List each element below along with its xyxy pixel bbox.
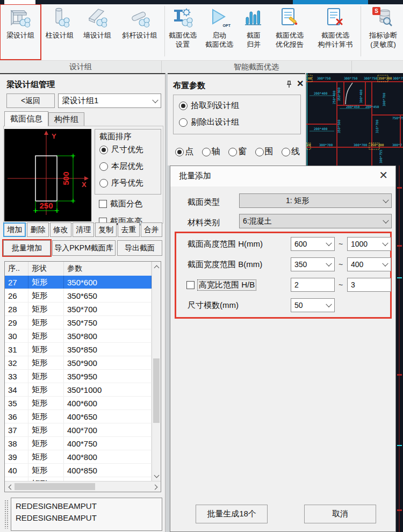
cell-shape: 矩形 (28, 383, 64, 396)
horizontal-scrollbar[interactable] (5, 481, 161, 492)
mode-option[interactable]: 轴 (202, 146, 220, 157)
sort-option[interactable]: 序号优先 (99, 178, 143, 188)
cell-param: 400*800 (64, 450, 152, 463)
ribbon-button-brace-group[interactable]: 斜杆设计组 (116, 4, 163, 60)
action-button[interactable]: 复制 (95, 222, 117, 237)
range-from-input[interactable]: 350 (291, 257, 335, 271)
ribbon-button-member-calcbook[interactable]: 截面优选构件计算书 (311, 4, 359, 60)
ribbon-button-index-diagnosis[interactable]: S指标诊断(灵敏度) (362, 4, 403, 60)
radio-icon (99, 179, 108, 188)
splitter-handle[interactable] (4, 500, 9, 529)
section-type-select[interactable]: 1: 矩形 (239, 193, 392, 208)
chevron-down-icon (326, 240, 332, 246)
radio-icon (179, 102, 188, 110)
vertical-scrollbar[interactable] (152, 262, 161, 481)
scrollbar-thumb[interactable] (153, 358, 160, 423)
action-button[interactable]: 修改 (50, 222, 71, 237)
table-row[interactable]: 27矩形350*600 (5, 276, 152, 289)
mode-option[interactable]: 窗 (228, 146, 247, 157)
action-button[interactable]: 增加 (3, 222, 26, 237)
ribbon-button-wall-group[interactable]: 墙设计组 (78, 4, 116, 60)
table-row[interactable]: 37矩形400*700 (5, 423, 152, 437)
close-icon[interactable]: ✕ (297, 78, 304, 89)
table-row[interactable]: 40矩形400*850 (5, 464, 152, 477)
action-button[interactable]: 删除 (27, 222, 48, 237)
cell-seq: 26 (5, 289, 28, 302)
cell-param: 350*850 (64, 343, 152, 356)
action-button[interactable]: 清理 (73, 222, 94, 237)
table-row[interactable]: 35矩形400*600 (5, 397, 152, 410)
ribbon-button-opt-report[interactable]: 截面优选优化报告 (268, 4, 311, 60)
pick-option[interactable]: 剔除出设计组 (179, 117, 239, 127)
cell-param: 350*650 (64, 289, 152, 302)
dialog-title: 批量添加 (179, 171, 211, 181)
table-row[interactable]: 36矩形400*650 (5, 410, 152, 423)
back-button[interactable]: <返回 (6, 94, 55, 108)
cad-viewport-edge[interactable] (396, 166, 403, 532)
range-to-input[interactable]: 400 (347, 257, 391, 271)
batch-button[interactable]: 批量增加 (3, 240, 51, 256)
batch-button[interactable]: 导入PKPM截面库 (52, 240, 116, 256)
display-checkbox[interactable]: 截面分色 (99, 199, 142, 209)
tab-member-group[interactable]: 构件组 (48, 112, 84, 126)
cad-label: 300*700 (382, 92, 386, 106)
mode-option[interactable]: 线 (282, 146, 300, 157)
scroll-up-icon[interactable] (154, 264, 159, 269)
table-row[interactable]: 26矩形350*650 (5, 289, 152, 303)
sort-option[interactable]: 本层优先 (99, 161, 143, 171)
top-bar-accent (293, 0, 368, 4)
dialog-titlebar[interactable]: 批量添加 ✕ (170, 166, 395, 186)
cad-label: 300*750 (344, 76, 358, 80)
batch-add-dialog: 批量添加 ✕ 截面类型 1: 矩形 材料类别 6:混凝土 截面高度范围 H(mm… (170, 166, 396, 532)
range-from-input[interactable]: 50 (291, 298, 335, 312)
range-to-input[interactable]: 3 (347, 278, 391, 292)
table-row[interactable]: 38矩形400*750 (5, 437, 152, 450)
ribbon-button-column-group[interactable]: 柱设计组 (41, 4, 78, 60)
cad-label: 300*750 (364, 76, 378, 80)
cell-seq: 37 (5, 423, 28, 436)
column-header[interactable]: 形状 (28, 262, 64, 276)
table-row[interactable]: 31矩形350*850 (5, 343, 152, 356)
scroll-down-icon[interactable] (154, 473, 159, 479)
dim-height-label: 500 (61, 171, 70, 185)
table-row[interactable]: 30矩形350*800 (5, 329, 152, 343)
design-group-select[interactable]: 梁设计组1 (58, 94, 161, 108)
table-row[interactable]: 28矩形350*700 (5, 303, 152, 316)
table-row[interactable]: 33矩形350*950 (5, 370, 152, 383)
cad-viewport[interactable]: 00300*750300*750300*750350*200300*75200*… (306, 73, 403, 166)
ribbon-button-start-opt[interactable]: OPT启动截面优选 (199, 4, 239, 60)
scrollbar-thumb[interactable] (15, 483, 95, 490)
action-button[interactable]: 合并 (141, 222, 162, 237)
radio-icon (175, 148, 184, 156)
tab-section-info[interactable]: 截面信息 (4, 111, 48, 126)
column-header[interactable]: 序.. (5, 262, 28, 276)
scroll-right-icon[interactable] (153, 484, 159, 490)
table-row[interactable]: 32矩形350*900 (5, 356, 152, 370)
range-to-input[interactable]: 1000 (347, 237, 391, 251)
range-from-input[interactable]: 2 (291, 278, 335, 292)
table-row[interactable]: 39矩形400*800 (5, 450, 152, 464)
ribbon-button-section-opt-settings[interactable]: 截面优选设置 (166, 4, 199, 60)
ribbon-button-beam-group[interactable]: 梁设计组 (0, 4, 41, 60)
pick-option[interactable]: 拾取到设计组 (179, 100, 239, 111)
scroll-left-icon[interactable] (7, 484, 12, 490)
close-icon[interactable]: ✕ (379, 169, 388, 182)
table-row[interactable]: 34矩形350*1000 (5, 383, 152, 397)
table-row[interactable]: 29矩形350*750 (5, 316, 152, 329)
action-button[interactable]: 去重 (118, 222, 139, 237)
opt-badge: OPT (223, 24, 231, 27)
range-from-input[interactable]: 600 (291, 237, 335, 251)
ribbon-button-section-merge[interactable]: 截面归并 (239, 4, 268, 60)
mode-option[interactable]: 点 (175, 146, 193, 157)
mode-option[interactable]: 围 (255, 146, 274, 157)
batch-button[interactable]: 导出截面 (117, 240, 162, 256)
material-type-select[interactable]: 6:混凝土 (239, 214, 392, 228)
pin-icon[interactable] (285, 80, 293, 89)
cancel-button[interactable]: 取消 (304, 505, 376, 523)
batch-generate-button[interactable]: 批量生成18个 (196, 505, 268, 523)
field-label: 材料类别 (188, 218, 220, 228)
ratio-checkbox[interactable] (186, 281, 195, 289)
batch-buttons: 批量增加导入PKPM截面库导出截面 (3, 240, 162, 256)
column-header[interactable]: 参数 (64, 262, 152, 276)
sort-option[interactable]: 尺寸优先 (99, 145, 143, 155)
